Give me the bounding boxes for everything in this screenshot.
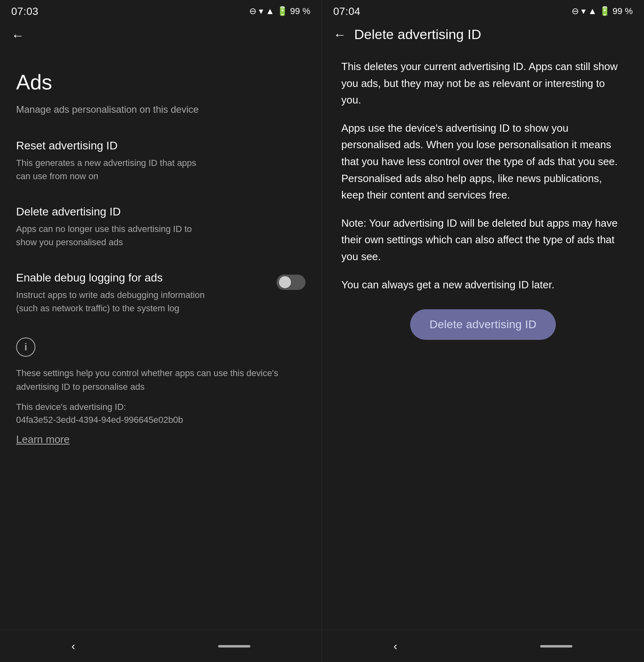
toggle-knob xyxy=(279,276,291,288)
debug-logging-item[interactable]: Enable debug logging for ads Instruct ap… xyxy=(16,263,305,323)
nav-back-icon-right[interactable]: ‹ xyxy=(394,640,397,653)
status-icons-left: ⊖ ▾ ▲ 🔋 99 % xyxy=(249,6,310,17)
info-id-label: This device's advertising ID: xyxy=(16,402,305,412)
status-icons-right: ⊖ ▾ ▲ 🔋 99 % xyxy=(572,6,633,17)
info-icon: i xyxy=(16,337,35,357)
delete-advertising-id-title: Delete advertising ID xyxy=(16,205,305,218)
wifi-icon: ▾ xyxy=(259,6,263,17)
right-para-2: Apps use the device's advertising ID to … xyxy=(341,120,625,204)
right-panel: 07:04 ⊖ ▾ ▲ 🔋 99 % ← Delete advertising … xyxy=(322,0,644,662)
signal-icon: ▲ xyxy=(266,6,275,17)
status-bar-left: 07:03 ⊖ ▾ ▲ 🔋 99 % xyxy=(0,0,322,21)
right-para-1: This deletes your current advertising ID… xyxy=(341,58,625,109)
delete-btn-container: Delete advertising ID xyxy=(341,309,625,356)
info-text: These settings help you control whether … xyxy=(16,366,305,394)
debug-toggle-container xyxy=(277,275,305,290)
nav-pill-left[interactable] xyxy=(218,645,250,648)
signal-icon-right: ▲ xyxy=(588,6,597,17)
right-para-3: Note: Your advertising ID will be delete… xyxy=(341,215,625,265)
reset-advertising-id-desc: This generates a new advertising ID that… xyxy=(16,156,209,183)
back-arrow-icon-left: ← xyxy=(11,29,24,42)
learn-more-link[interactable]: Learn more xyxy=(16,433,70,445)
reset-advertising-id-title: Reset advertising ID xyxy=(16,139,305,152)
right-para-4: You can always get a new advertising ID … xyxy=(341,277,625,294)
delete-advertising-id-desc: Apps can no longer use this advertising … xyxy=(16,222,209,249)
right-content: This deletes your current advertising ID… xyxy=(322,46,644,630)
delete-advertising-id-item[interactable]: Delete advertising ID Apps can no longer… xyxy=(16,197,305,257)
debug-logging-desc: Instruct apps to write ads debugging inf… xyxy=(16,288,209,315)
status-time-left: 07:03 xyxy=(11,5,39,18)
page-title: Ads xyxy=(16,70,305,94)
battery-text-right: 99 % xyxy=(613,6,633,17)
wifi-icon-right: ▾ xyxy=(581,6,586,17)
status-bar-right: 07:04 ⊖ ▾ ▲ 🔋 99 % xyxy=(322,0,644,21)
info-section: i These settings help you control whethe… xyxy=(16,337,305,446)
battery-icon-right: 🔋 xyxy=(599,6,610,17)
left-content: Ads Manage ads personalisation on this d… xyxy=(0,46,322,630)
info-id-value: 04fa3e52-3edd-4394-94ed-996645e02b0b xyxy=(16,415,305,425)
right-panel-title: Delete advertising ID xyxy=(354,27,481,42)
reset-advertising-id-item[interactable]: Reset advertising ID This generates a ne… xyxy=(16,131,305,191)
dnd-icon-right: ⊖ xyxy=(572,6,579,17)
debug-logging-title: Enable debug logging for ads xyxy=(16,271,277,284)
status-time-right: 07:04 xyxy=(333,5,361,18)
right-header: ← Delete advertising ID xyxy=(322,21,644,46)
debug-toggle[interactable] xyxy=(277,275,305,290)
dnd-icon: ⊖ xyxy=(249,6,256,17)
battery-icon: 🔋 xyxy=(277,6,288,17)
left-panel: 07:03 ⊖ ▾ ▲ 🔋 99 % ← Ads Manage ads pers… xyxy=(0,0,322,662)
page-subtitle: Manage ads personalisation on this devic… xyxy=(16,104,305,115)
nav-pill-right[interactable] xyxy=(540,645,572,648)
back-arrow-icon-right[interactable]: ← xyxy=(333,28,346,41)
bottom-nav-left: ‹ xyxy=(0,630,322,662)
back-button-left[interactable]: ← xyxy=(0,21,322,46)
delete-advertising-id-button[interactable]: Delete advertising ID xyxy=(410,309,556,340)
nav-back-icon-left[interactable]: ‹ xyxy=(71,640,75,653)
battery-text-left: 99 % xyxy=(290,6,310,17)
bottom-nav-right: ‹ xyxy=(322,630,644,662)
debug-text: Enable debug logging for ads Instruct ap… xyxy=(16,271,277,315)
